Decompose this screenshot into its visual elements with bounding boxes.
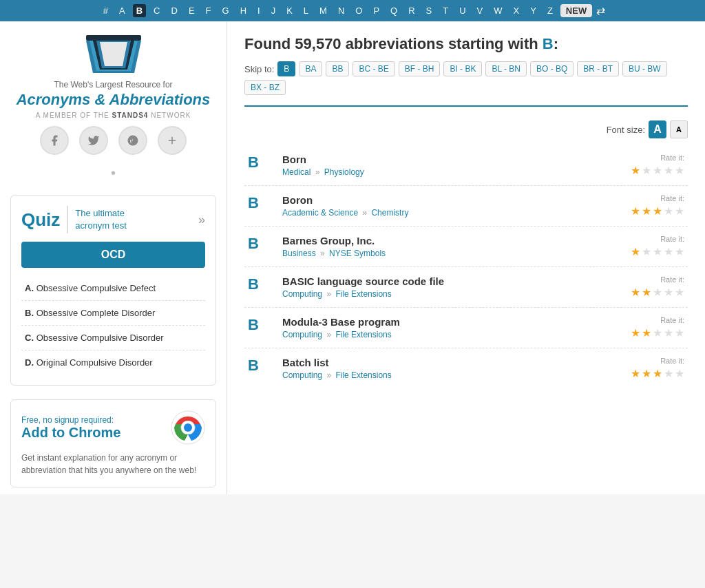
nav-b[interactable]: B — [133, 4, 146, 17]
star-rating[interactable]: ★ ★ ★ ★ ★ — [602, 367, 684, 380]
reddit-icon[interactable]: r/ — [118, 126, 147, 155]
star-5[interactable]: ★ — [675, 164, 684, 177]
nav-l[interactable]: L — [300, 4, 312, 17]
nav-new[interactable]: NEW — [560, 4, 592, 17]
star-5[interactable]: ★ — [675, 326, 684, 339]
nav-c[interactable]: C — [150, 4, 163, 17]
star-3[interactable]: ★ — [653, 367, 662, 380]
top-nav[interactable]: # A B C D E F G H I J K L M N O P Q R S … — [0, 0, 705, 21]
star-3[interactable]: ★ — [653, 164, 662, 177]
star-4[interactable]: ★ — [664, 286, 673, 299]
entry-cat2[interactable]: Physiology — [324, 167, 364, 177]
nav-j[interactable]: J — [268, 4, 280, 17]
entry-cat1[interactable]: Business — [282, 249, 316, 258]
star-3[interactable]: ★ — [653, 286, 662, 299]
star-2[interactable]: ★ — [642, 245, 651, 258]
facebook-icon[interactable] — [40, 126, 69, 155]
nav-n[interactable]: N — [335, 4, 348, 17]
nav-t[interactable]: T — [439, 4, 452, 17]
quiz-option-d[interactable]: D. Original Compulsive Disorder — [21, 350, 205, 375]
skip-btn-bl-bn[interactable]: BL - BN — [485, 61, 527, 76]
nav-f[interactable]: F — [202, 4, 215, 17]
star-1[interactable]: ★ — [631, 204, 640, 218]
nav-u[interactable]: U — [456, 4, 469, 17]
skip-btn-bi-bk[interactable]: BI - BK — [443, 61, 482, 76]
nav-r[interactable]: R — [405, 4, 418, 17]
nav-w[interactable]: W — [490, 4, 505, 17]
nav-h[interactable]: H — [237, 4, 250, 17]
quiz-next-icon[interactable]: » — [198, 213, 205, 227]
star-1[interactable]: ★ — [631, 286, 640, 299]
add-icon[interactable] — [158, 126, 187, 155]
skip-btn-bf-bh[interactable]: BF - BH — [399, 61, 441, 76]
star-1[interactable]: ★ — [631, 245, 640, 258]
entry-cat1[interactable]: Computing — [282, 289, 322, 299]
entry-cat2[interactable]: File Extensions — [335, 330, 391, 339]
skip-btn-b[interactable]: B — [277, 61, 295, 76]
nav-z[interactable]: Z — [544, 4, 556, 17]
nav-v[interactable]: V — [474, 4, 487, 17]
star-4[interactable]: ★ — [664, 326, 673, 339]
entry-cat1[interactable]: Academic & Science — [282, 208, 358, 218]
skip-btn-ba[interactable]: BA — [299, 61, 322, 76]
star-3[interactable]: ★ — [653, 326, 662, 339]
twitter-icon[interactable] — [79, 126, 108, 155]
star-5[interactable]: ★ — [675, 204, 684, 218]
star-1[interactable]: ★ — [631, 367, 640, 380]
nav-y[interactable]: Y — [527, 4, 540, 17]
skip-btn-br-bt[interactable]: BR - BT — [577, 61, 619, 76]
nav-d[interactable]: D — [167, 4, 180, 17]
star-3[interactable]: ★ — [653, 204, 662, 218]
font-size-large-btn[interactable]: A — [649, 120, 666, 138]
star-4[interactable]: ★ — [664, 204, 673, 218]
star-4[interactable]: ★ — [664, 245, 673, 258]
nav-i[interactable]: I — [254, 4, 264, 17]
nav-g[interactable]: G — [219, 4, 233, 17]
star-2[interactable]: ★ — [642, 326, 651, 339]
font-size-small-btn[interactable]: A — [670, 120, 688, 138]
star-1[interactable]: ★ — [631, 164, 640, 177]
quiz-option-b[interactable]: B. Obsessive Complete Disorder — [21, 301, 205, 326]
star-2[interactable]: ★ — [642, 367, 651, 380]
star-5[interactable]: ★ — [675, 245, 684, 258]
star-rating[interactable]: ★ ★ ★ ★ ★ — [602, 286, 684, 299]
star-rating[interactable]: ★ ★ ★ ★ ★ — [602, 204, 684, 218]
star-2[interactable]: ★ — [642, 286, 651, 299]
skip-btn-bo-bq[interactable]: BO - BQ — [530, 61, 574, 76]
shuffle-icon[interactable]: ⇄ — [596, 4, 605, 17]
entry-cat1[interactable]: Computing — [282, 370, 322, 380]
nav-x[interactable]: X — [510, 4, 523, 17]
entry-cat1[interactable]: Computing — [282, 330, 322, 339]
star-2[interactable]: ★ — [642, 204, 651, 218]
entry-cat2[interactable]: File Extensions — [335, 370, 391, 380]
nav-a[interactable]: A — [116, 4, 129, 17]
star-4[interactable]: ★ — [664, 164, 673, 177]
star-2[interactable]: ★ — [642, 164, 651, 177]
quiz-answer[interactable]: OCD — [21, 242, 205, 268]
quiz-option-c[interactable]: C. Obsessive Compulsive Disorder — [21, 326, 205, 350]
star-1[interactable]: ★ — [631, 326, 640, 339]
star-rating[interactable]: ★ ★ ★ ★ ★ — [602, 164, 684, 177]
star-rating[interactable]: ★ ★ ★ ★ ★ — [602, 245, 684, 258]
nav-k[interactable]: K — [283, 4, 296, 17]
entry-cat2[interactable]: Chemistry — [371, 208, 408, 218]
nav-hash[interactable]: # — [100, 4, 112, 17]
star-5[interactable]: ★ — [675, 286, 684, 299]
nav-s[interactable]: S — [423, 4, 436, 17]
entry-cat1[interactable]: Medical — [282, 167, 311, 177]
star-4[interactable]: ★ — [664, 367, 673, 380]
chrome-title[interactable]: Add to Chrome — [21, 425, 120, 441]
star-5[interactable]: ★ — [675, 367, 684, 380]
nav-e[interactable]: E — [185, 4, 198, 17]
skip-btn-bu-bw[interactable]: BU - BW — [622, 61, 667, 76]
star-rating[interactable]: ★ ★ ★ ★ ★ — [602, 326, 684, 339]
entry-cat2[interactable]: File Extensions — [335, 289, 391, 299]
entry-cat2[interactable]: NYSE Symbols — [329, 249, 386, 258]
nav-p[interactable]: P — [370, 4, 383, 17]
skip-btn-bx-bz[interactable]: BX - BZ — [244, 80, 286, 95]
nav-o[interactable]: O — [352, 4, 366, 17]
skip-btn-bc-be[interactable]: BC - BE — [352, 61, 394, 76]
skip-btn-bb[interactable]: BB — [326, 61, 349, 76]
nav-m[interactable]: M — [316, 4, 330, 17]
quiz-option-a[interactable]: A. Obsessive Compulsive Defect — [21, 276, 205, 301]
